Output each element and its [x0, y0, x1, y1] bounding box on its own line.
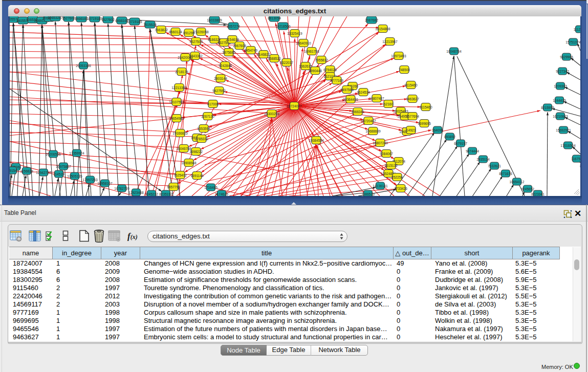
svg-text:16782759: 16782759 — [114, 187, 129, 190]
svg-text:13325419: 13325419 — [287, 32, 302, 35]
svg-text:16048784: 16048784 — [446, 50, 462, 53]
svg-text:14136141: 14136141 — [373, 184, 388, 188]
svg-text:748500: 748500 — [399, 68, 410, 72]
svg-text:9777169: 9777169 — [330, 79, 343, 82]
svg-text:7625402: 7625402 — [173, 173, 187, 177]
svg-text:1615132: 1615132 — [384, 164, 398, 167]
svg-text:1353594: 1353594 — [197, 127, 210, 130]
svg-text:8235192: 8235192 — [159, 192, 172, 196]
svg-text:10107553: 10107553 — [169, 100, 184, 104]
svg-text:7955812: 7955812 — [315, 58, 328, 62]
svg-text:3267130: 3267130 — [201, 115, 214, 118]
svg-text:8813054: 8813054 — [268, 16, 281, 20]
svg-text:7086533: 7086533 — [361, 192, 375, 196]
svg-text:19166825: 19166825 — [172, 132, 188, 135]
svg-text:1733426: 1733426 — [394, 187, 407, 190]
svg-text:9115460: 9115460 — [419, 105, 432, 109]
svg-text:10654112: 10654112 — [510, 180, 525, 184]
svg-text:1209383: 1209383 — [554, 84, 567, 88]
svg-text:16961758: 16961758 — [304, 50, 319, 53]
svg-text:9227342: 9227342 — [556, 70, 569, 73]
svg-text:891295: 891295 — [183, 31, 194, 35]
svg-text:6479197: 6479197 — [454, 142, 467, 145]
svg-text:9463627: 9463627 — [406, 97, 419, 101]
svg-text:23420046: 23420046 — [178, 56, 193, 59]
svg-text:18724007: 18724007 — [287, 104, 302, 108]
svg-text:18807249: 18807249 — [373, 141, 388, 145]
svg-text:9857791: 9857791 — [167, 185, 180, 189]
svg-text:12213967: 12213967 — [382, 40, 398, 43]
svg-text:15751074: 15751074 — [565, 40, 580, 44]
svg-text:15720407: 15720407 — [361, 119, 376, 123]
svg-text:10973493: 10973493 — [391, 54, 406, 58]
svg-text:9327503: 9327503 — [189, 40, 203, 43]
svg-text:893892: 893892 — [444, 135, 455, 139]
svg-text:1156829: 1156829 — [20, 169, 33, 173]
svg-text:19654985: 19654985 — [169, 117, 184, 120]
svg-text:17957253: 17957253 — [82, 178, 98, 182]
svg-text:116753: 116753 — [571, 157, 580, 161]
svg-text:9174626: 9174626 — [215, 192, 228, 196]
svg-text:3624534: 3624534 — [357, 91, 370, 94]
svg-text:16033809: 16033809 — [207, 18, 222, 22]
svg-text:19384554: 19384554 — [309, 139, 324, 142]
svg-text:10958107: 10958107 — [97, 182, 113, 185]
svg-text:2087682: 2087682 — [365, 18, 378, 22]
svg-text:10688609: 10688609 — [365, 129, 381, 133]
svg-text:2967608: 2967608 — [233, 44, 246, 48]
svg-text:2935114: 2935114 — [476, 158, 490, 161]
svg-text:9699695: 9699695 — [418, 122, 431, 125]
svg-text:8990448: 8990448 — [309, 69, 322, 73]
svg-text:7632621: 7632621 — [488, 164, 501, 168]
svg-text:9242848: 9242848 — [219, 64, 232, 68]
svg-text:6466160: 6466160 — [75, 17, 88, 20]
svg-text:16210643: 16210643 — [553, 115, 568, 118]
svg-text:8471676: 8471676 — [499, 172, 512, 176]
svg-text:19218506: 19218506 — [275, 25, 291, 28]
svg-text:8215955: 8215955 — [541, 106, 554, 110]
svg-text:114519: 114519 — [53, 172, 64, 176]
svg-text:14923: 14923 — [406, 128, 416, 132]
svg-text:1966341: 1966341 — [351, 110, 364, 114]
svg-text:1527602: 1527602 — [101, 18, 115, 21]
svg-text:10719185: 10719185 — [127, 20, 142, 24]
svg-text:9474444: 9474444 — [466, 149, 479, 153]
svg-text:25300293: 25300293 — [264, 112, 279, 116]
svg-text:8454749: 8454749 — [244, 49, 257, 52]
svg-text:2154618: 2154618 — [226, 38, 239, 41]
svg-text:10653287: 10653287 — [48, 16, 63, 19]
svg-text:164095: 164095 — [432, 128, 443, 132]
svg-text:9427552: 9427552 — [212, 89, 226, 93]
svg-text:9329966: 9329966 — [560, 55, 573, 59]
svg-text:62160: 62160 — [384, 102, 394, 106]
svg-text:8322037: 8322037 — [280, 61, 293, 64]
svg-text:9115460: 9115460 — [404, 83, 418, 87]
svg-text:30975867: 30975867 — [56, 165, 71, 168]
svg-text:10719185: 10719185 — [87, 17, 102, 20]
svg-text:1716485: 1716485 — [204, 186, 217, 189]
svg-text:6794028: 6794028 — [323, 68, 337, 72]
svg-text:2803144: 2803144 — [214, 77, 227, 80]
svg-text:2785332: 2785332 — [195, 137, 208, 141]
svg-text:1691144: 1691144 — [190, 174, 204, 178]
svg-text:417006: 417006 — [207, 102, 219, 106]
svg-text:10807487: 10807487 — [369, 97, 384, 100]
svg-text:9577694: 9577694 — [406, 115, 419, 118]
svg-text:18640910: 18640910 — [296, 41, 311, 45]
svg-text:1527602: 1527602 — [62, 16, 75, 20]
svg-text:17016504: 17016504 — [560, 144, 576, 147]
svg-text:1588520: 1588520 — [268, 57, 281, 60]
svg-text:1112842: 1112842 — [574, 28, 580, 31]
svg-text:6497568: 6497568 — [340, 88, 354, 92]
svg-text:9245652: 9245652 — [521, 187, 534, 191]
svg-text:9146821: 9146821 — [257, 53, 270, 56]
svg-text:7515524: 7515524 — [143, 23, 157, 27]
svg-text:9245232: 9245232 — [145, 192, 158, 196]
svg-text:16908948: 16908948 — [181, 161, 197, 165]
svg-text:7663822: 7663822 — [155, 28, 168, 32]
svg-text:16154808: 16154808 — [375, 27, 390, 31]
svg-text:12505135: 12505135 — [67, 174, 82, 178]
svg-text:3698222: 3698222 — [189, 150, 203, 154]
svg-text:15692971: 15692971 — [556, 128, 571, 132]
svg-text:20053346: 20053346 — [76, 64, 91, 68]
